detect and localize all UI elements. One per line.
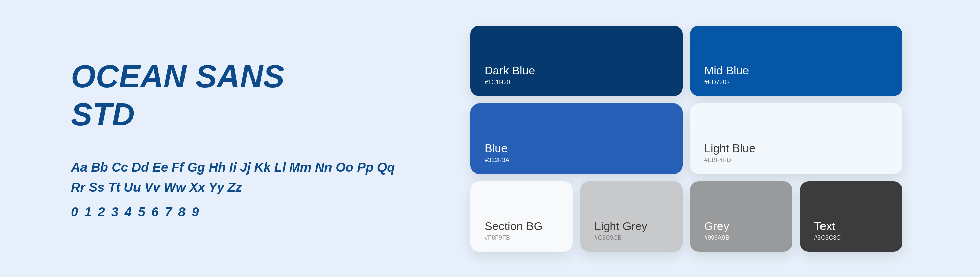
swatch-light-grey: Light Grey #C8C9CB [580, 181, 682, 251]
palette-row-1: Dark Blue #1C1B20 Mid Blue #ED7203 [470, 26, 902, 96]
swatch-name: Light Grey [594, 219, 668, 233]
swatch-mid-blue: Mid Blue #ED7203 [690, 26, 902, 96]
swatch-text: Text #3C3C3C [800, 181, 902, 251]
swatch-name: Section BG [485, 219, 558, 233]
swatch-hex: #C8C9CB [594, 234, 668, 242]
palette-row-3: Section BG #F8F9FB Light Grey #C8C9CB Gr… [470, 181, 902, 251]
swatch-name: Text [814, 219, 888, 233]
alphabet-specimen: Aa Bb Cc Dd Ee Ff Gg Hh Ii Jj Kk Ll Mm N… [71, 158, 409, 197]
swatch-hex: #ED7203 [704, 79, 888, 86]
swatch-hex: #EBF4FD [704, 157, 888, 164]
swatch-grey: Grey #999A9B [690, 181, 792, 251]
swatch-dark-blue: Dark Blue #1C1B20 [470, 26, 682, 96]
swatch-name: Blue [485, 141, 668, 155]
swatch-section-bg: Section BG #F8F9FB [470, 181, 573, 251]
swatch-hex: #F8F9FB [485, 234, 558, 242]
swatch-name: Dark Blue [485, 64, 668, 77]
swatch-blue: Blue #312F3A [470, 104, 682, 174]
swatch-hex: #1C1B20 [485, 79, 668, 86]
swatch-hex: #312F3A [485, 157, 668, 164]
font-title: OCEAN SANS STD [71, 58, 450, 134]
swatch-hex: #999A9B [704, 234, 778, 242]
palette-row-2: Blue #312F3A Light Blue #EBF4FD [470, 104, 902, 174]
swatch-name: Mid Blue [704, 64, 888, 77]
typography-panel: OCEAN SANS STD Aa Bb Cc Dd Ee Ff Gg Hh I… [0, 58, 470, 219]
style-guide: OCEAN SANS STD Aa Bb Cc Dd Ee Ff Gg Hh I… [0, 0, 980, 277]
swatch-hex: #3C3C3C [814, 234, 888, 242]
swatch-light-blue: Light Blue #EBF4FD [690, 104, 902, 174]
swatch-name: Grey [704, 219, 778, 233]
color-palette: Dark Blue #1C1B20 Mid Blue #ED7203 Blue … [470, 26, 980, 251]
numbers-specimen: 0 1 2 3 4 5 6 7 8 9 [71, 205, 450, 219]
swatch-name: Light Blue [704, 141, 888, 155]
